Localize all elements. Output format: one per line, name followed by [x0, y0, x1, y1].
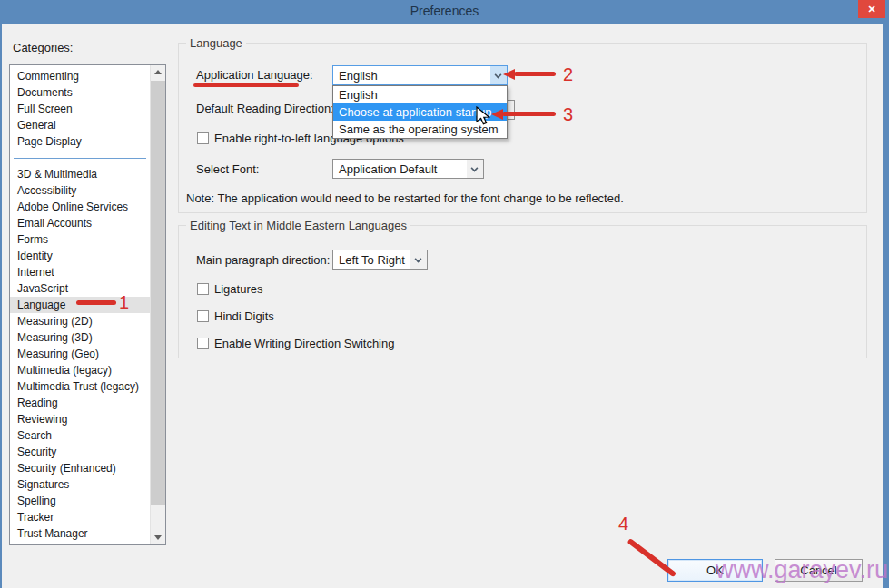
mouse-cursor-icon	[476, 106, 491, 127]
annotation-number-2: 2	[563, 64, 573, 85]
checkbox-ligatures[interactable]	[197, 283, 209, 295]
close-button[interactable]: ✕	[858, 0, 885, 18]
annotation-arrowhead-2	[503, 69, 515, 80]
preferences-dialog: Preferences ✕ Categories: CommentingDocu…	[0, 0, 889, 588]
chevron-down-icon	[415, 256, 422, 263]
language-group-title: Language	[186, 36, 246, 50]
category-item-security[interactable]: Security	[10, 444, 150, 460]
category-item-reviewing[interactable]: Reviewing	[10, 411, 150, 427]
category-item-measuring-3d-[interactable]: Measuring (3D)	[10, 329, 150, 346]
application-language-label: Application Language:	[196, 68, 313, 82]
application-language-combobox[interactable]: English	[332, 65, 508, 85]
annotation-arrowhead-3	[491, 109, 503, 120]
middle-eastern-groupbox: Editing Text in Middle Eastern Languages…	[178, 225, 867, 358]
scroll-up-button[interactable]	[151, 65, 166, 80]
annotation-number-4: 4	[618, 514, 628, 534]
checkbox-label: Enable Writing Direction Switching	[214, 337, 394, 350]
category-item-units[interactable]: Units	[10, 542, 150, 545]
window-border-left	[0, 24, 2, 588]
select-font-combobox[interactable]: Application Default	[332, 159, 484, 179]
category-item-page-display[interactable]: Page Display	[10, 133, 150, 150]
watermark: www.garayev.ru	[716, 556, 888, 584]
checkbox-enable-writing-direction-switching[interactable]	[197, 338, 209, 349]
restart-note: Note: The application would need to be r…	[186, 191, 624, 205]
category-item-trust-manager[interactable]: Trust Manager	[10, 525, 150, 542]
dropdown-button[interactable]	[467, 160, 483, 178]
annotation-number-3: 3	[563, 104, 573, 125]
category-item-multimedia-trust-legacy-[interactable]: Multimedia Trust (legacy)	[10, 378, 150, 395]
category-item-search[interactable]: Search	[10, 427, 150, 444]
categories-listbox[interactable]: CommentingDocumentsFull ScreenGeneralPag…	[9, 64, 166, 545]
select-font-value: Application Default	[339, 162, 437, 176]
category-separator	[10, 150, 150, 166]
checkbox-label: Hindi Digits	[214, 309, 274, 323]
rtl-options-checkbox[interactable]	[197, 132, 209, 144]
category-item-multimedia-legacy-[interactable]: Multimedia (legacy)	[10, 362, 150, 378]
titlebar: Preferences ✕	[0, 0, 889, 24]
language-groupbox: Language Application Language: English E…	[178, 43, 867, 213]
main-direction-value: Left To Right	[339, 253, 405, 267]
annotation-line-4	[627, 538, 677, 577]
annotation-line-1	[76, 300, 116, 305]
select-font-label: Select Font:	[196, 162, 259, 176]
dropdown-option[interactable]: English	[333, 86, 507, 103]
category-item-tracker[interactable]: Tracker	[10, 509, 150, 525]
annotation-number-1: 1	[119, 292, 129, 313]
main-direction-combobox[interactable]: Left To Right	[332, 250, 428, 270]
checkbox-label: Ligatures	[214, 282, 262, 296]
middle-eastern-group-title: Editing Text in Middle Eastern Languages	[186, 219, 410, 232]
category-item-security-enhanced-[interactable]: Security (Enhanced)	[10, 460, 150, 476]
window-border-right	[883, 24, 889, 588]
category-item-accessibility[interactable]: Accessibility	[10, 182, 150, 199]
checkbox-hindi-digits[interactable]	[197, 310, 209, 322]
category-item-measuring-geo-[interactable]: Measuring (Geo)	[10, 346, 150, 362]
up-arrow-icon	[154, 70, 162, 74]
annotation-underline	[193, 83, 299, 87]
dialog-title: Preferences	[0, 4, 889, 18]
categories-label: Categories:	[13, 41, 73, 54]
scroll-down-button[interactable]	[151, 530, 166, 544]
main-direction-label: Main paragraph direction:	[196, 253, 330, 267]
category-item-identity[interactable]: Identity	[10, 248, 150, 264]
annotation-line-2	[514, 72, 556, 76]
category-item-signatures[interactable]: Signatures	[10, 476, 150, 493]
chevron-down-icon	[471, 165, 479, 172]
category-item-documents[interactable]: Documents	[10, 84, 150, 101]
category-item-full-screen[interactable]: Full Screen	[10, 101, 150, 117]
category-item-reading[interactable]: Reading	[10, 395, 150, 411]
application-language-value: English	[339, 69, 378, 83]
category-item-3d-multimedia[interactable]: 3D & Multimedia	[10, 166, 150, 182]
down-arrow-icon	[154, 535, 162, 540]
chevron-down-icon	[495, 72, 502, 79]
category-item-forms[interactable]: Forms	[10, 231, 150, 248]
category-item-email-accounts[interactable]: Email Accounts	[10, 215, 150, 231]
category-item-commenting[interactable]: Commenting	[10, 68, 150, 84]
category-item-internet[interactable]: Internet	[10, 264, 150, 280]
category-item-general[interactable]: General	[10, 117, 150, 133]
reading-direction-label: Default Reading Direction:	[196, 102, 334, 115]
category-item-adobe-online-services[interactable]: Adobe Online Services	[10, 199, 150, 215]
categories-scrollbar[interactable]	[150, 65, 165, 544]
annotation-line-3	[502, 112, 556, 116]
dropdown-button[interactable]	[410, 250, 427, 269]
category-item-measuring-2d-[interactable]: Measuring (2D)	[10, 313, 150, 329]
category-item-spelling[interactable]: Spelling	[10, 493, 150, 509]
scrollbar-thumb[interactable]	[151, 81, 166, 505]
